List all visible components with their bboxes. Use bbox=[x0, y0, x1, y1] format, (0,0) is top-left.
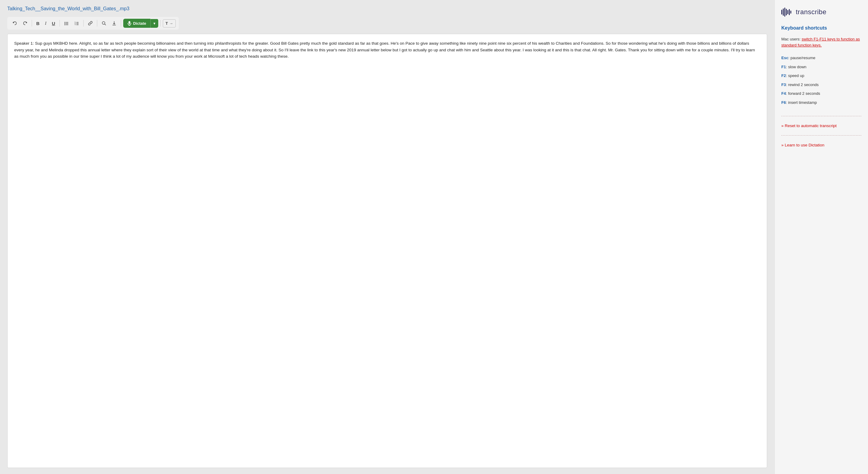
dictate-group: Dictate ▾ bbox=[123, 19, 158, 28]
svg-rect-21 bbox=[784, 7, 785, 17]
separator-1 bbox=[32, 20, 32, 27]
svg-point-1 bbox=[64, 23, 65, 24]
dictate-label: Dictate bbox=[133, 21, 146, 26]
svg-rect-20 bbox=[783, 8, 784, 16]
undo-button[interactable] bbox=[10, 19, 19, 27]
svg-rect-16 bbox=[128, 21, 130, 24]
reset-transcript-link[interactable]: » Reset to automatic transcript bbox=[781, 121, 861, 130]
text-icon: T bbox=[165, 21, 168, 26]
logo-text: transcribe bbox=[796, 8, 827, 16]
editor-content: Speaker 1: Sup guys MKBHD here. Alright,… bbox=[14, 40, 760, 60]
svg-rect-22 bbox=[786, 9, 787, 15]
svg-text:3.: 3. bbox=[74, 24, 76, 25]
separator-3 bbox=[83, 20, 84, 27]
logo-waves-icon bbox=[781, 7, 793, 17]
unordered-list-button[interactable] bbox=[62, 19, 71, 27]
ordered-list-button[interactable]: 1. 2. 3. bbox=[72, 19, 81, 27]
file-title[interactable]: Talking_Tech__Saving_the_World_with_Bill… bbox=[7, 6, 767, 11]
link-button[interactable] bbox=[86, 19, 95, 27]
arrow-icon: → bbox=[169, 21, 173, 26]
learn-dictation-link[interactable]: » Learn to use Dictation bbox=[781, 140, 861, 150]
logo-area: transcribe bbox=[781, 7, 861, 17]
separator-6 bbox=[160, 20, 161, 27]
mac-note: Mac users: switch F1-F11 keys to functio… bbox=[781, 36, 861, 48]
text-options-button[interactable]: T → bbox=[163, 19, 176, 28]
separator-4 bbox=[97, 20, 97, 27]
italic-button[interactable]: I bbox=[43, 20, 49, 27]
dictate-button[interactable]: Dictate bbox=[123, 19, 150, 28]
svg-rect-23 bbox=[787, 10, 788, 14]
italic-icon: I bbox=[45, 21, 46, 26]
shortcut-f1: F1: slow down bbox=[781, 63, 861, 71]
shortcut-esc: Esc: pause/resume bbox=[781, 54, 861, 63]
download-button[interactable] bbox=[110, 19, 119, 27]
underline-button[interactable]: U bbox=[50, 20, 57, 27]
shortcut-list: Esc: pause/resume F1: slow down F2: spee… bbox=[781, 54, 861, 107]
svg-point-0 bbox=[64, 22, 65, 23]
svg-point-2 bbox=[64, 25, 65, 25]
shortcut-f2: F2: speed up bbox=[781, 71, 861, 80]
underline-icon: U bbox=[52, 21, 55, 26]
bold-button[interactable]: B bbox=[34, 20, 42, 27]
dropdown-arrow-icon: ▾ bbox=[153, 21, 156, 26]
keyboard-shortcuts-title: Keyboard shortcuts bbox=[781, 25, 861, 31]
search-button[interactable] bbox=[99, 19, 108, 27]
shortcut-f3: F3: rewind 2 seconds bbox=[781, 80, 861, 89]
svg-rect-25 bbox=[790, 10, 791, 13]
divider-1 bbox=[781, 116, 861, 116]
shortcut-f6: F6: insert timestamp bbox=[781, 98, 861, 107]
editor-toolbar: B I U 1. 2. 3. bbox=[7, 17, 179, 30]
bold-icon: B bbox=[36, 21, 39, 26]
svg-line-13 bbox=[104, 24, 106, 25]
editor-area[interactable]: Speaker 1: Sup guys MKBHD here. Alright,… bbox=[7, 34, 767, 468]
svg-rect-24 bbox=[789, 9, 790, 15]
divider-2 bbox=[781, 135, 861, 135]
mac-note-prefix: Mac users: bbox=[781, 37, 802, 41]
dictate-dropdown-button[interactable]: ▾ bbox=[150, 19, 158, 28]
svg-rect-19 bbox=[781, 10, 782, 14]
microphone-icon bbox=[127, 21, 131, 26]
shortcut-f4: F4: forward 2 seconds bbox=[781, 89, 861, 98]
redo-button[interactable] bbox=[21, 19, 30, 27]
sidebar: transcribe Keyboard shortcuts Mac users:… bbox=[774, 0, 868, 474]
